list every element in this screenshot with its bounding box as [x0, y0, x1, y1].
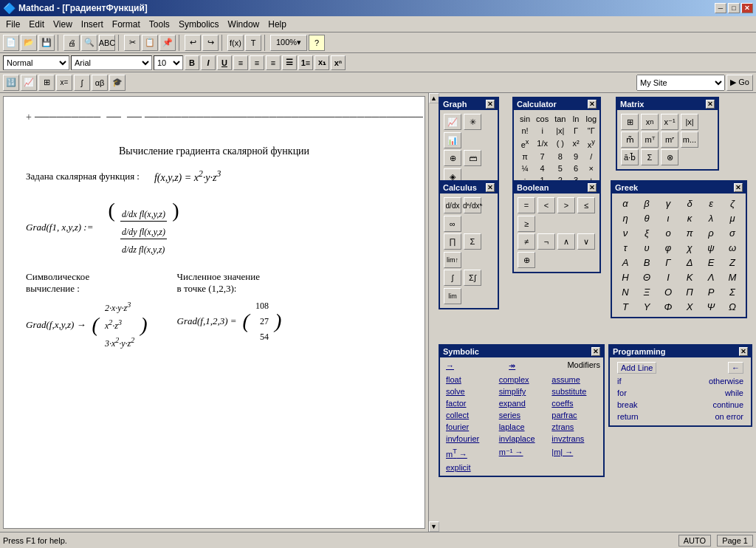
mat-mn[interactable]: m̃	[621, 131, 639, 148]
calc-sin[interactable]: sin	[517, 113, 533, 125]
calc-bigsum[interactable]: Σ	[464, 233, 481, 250]
bool-ge[interactable]: ≥	[518, 216, 535, 232]
sym-factor[interactable]: factor	[443, 398, 495, 408]
sym-substitute[interactable]: substitute	[549, 386, 600, 397]
calc-gamma2[interactable]: "Γ	[583, 125, 599, 137]
cut-btn[interactable]: ✂	[124, 35, 140, 51]
symbolic-close[interactable]: ✕	[591, 347, 600, 356]
bool-or[interactable]: ∨	[577, 233, 595, 250]
greek-nu[interactable]: ν	[615, 226, 636, 240]
bool-gt[interactable]: >	[557, 197, 575, 213]
document-area[interactable]: + ───────── ── ── ──────────────────────…	[3, 96, 425, 529]
greek-Chi[interactable]: Χ	[679, 300, 700, 314]
paste-btn[interactable]: 📌	[159, 35, 176, 51]
mat-m[interactable]: m...	[681, 131, 698, 148]
integral-tool[interactable]: ∫	[74, 75, 90, 91]
greek-chi[interactable]: χ	[679, 241, 700, 255]
mat-xn[interactable]: xn	[641, 114, 659, 130]
greek-Xi[interactable]: Ξ	[636, 285, 657, 299]
prog-addline[interactable]: Add Line	[617, 362, 656, 374]
greek-lambda[interactable]: λ	[701, 211, 721, 225]
greek-kappa[interactable]: κ	[679, 211, 700, 225]
prog-return[interactable]: return	[617, 412, 639, 421]
graph-tool[interactable]: 📈	[21, 75, 37, 91]
greek-Delta[interactable]: Δ	[679, 256, 700, 270]
prog-if[interactable]: if	[617, 377, 622, 386]
bool-lt[interactable]: <	[537, 197, 555, 213]
greek-Nu[interactable]: Ν	[615, 285, 636, 299]
sym-invlaplace[interactable]: invlaplace	[496, 434, 548, 444]
greek-Theta[interactable]: Θ	[636, 270, 657, 284]
menu-help[interactable]: Help	[264, 18, 291, 31]
matrix-close[interactable]: ✕	[706, 100, 715, 109]
bool-xor[interactable]: ⊕	[518, 252, 535, 268]
calc-sq[interactable]: x²	[568, 137, 583, 151]
sym-collect[interactable]: collect	[443, 410, 495, 420]
calc-pow[interactable]: xy	[583, 137, 599, 151]
graph-scatter[interactable]: ✳	[464, 114, 481, 130]
greek-Omicron[interactable]: Ο	[658, 285, 678, 299]
calc-5[interactable]: 5	[551, 162, 568, 174]
size-select[interactable]: 10	[154, 55, 183, 70]
prog-otherwise[interactable]: otherwise	[709, 377, 743, 386]
menu-view[interactable]: View	[49, 18, 77, 31]
greek-theta[interactable]: θ	[636, 211, 657, 225]
subscript-button[interactable]: x₁	[315, 55, 329, 70]
greek-psi[interactable]: ψ	[701, 241, 721, 255]
sym-arrow2[interactable]: ↠	[506, 360, 518, 371]
greek-pi[interactable]: π	[679, 226, 700, 240]
greek-close[interactable]: ✕	[734, 183, 743, 192]
menu-insert[interactable]: Insert	[77, 18, 108, 31]
xeq-tool[interactable]: x=	[56, 75, 72, 91]
insert-math-btn[interactable]: f(x)	[227, 35, 244, 51]
sym-assume[interactable]: assume	[549, 374, 600, 385]
calc-limit[interactable]: lim↑	[444, 252, 461, 268]
calc-log[interactable]: log	[583, 113, 599, 125]
spell-btn[interactable]: ABC	[99, 35, 115, 51]
maximize-button[interactable]: □	[728, 3, 740, 13]
calc-deriv[interactable]: d/dx	[444, 197, 461, 213]
prog-while[interactable]: while	[725, 388, 743, 397]
mat-xinv[interactable]: x⁻¹	[661, 114, 678, 130]
matrix-panel-header[interactable]: Matrix ✕	[617, 98, 718, 110]
greek-Eta[interactable]: Η	[615, 270, 636, 284]
bool-le[interactable]: ≤	[577, 197, 595, 213]
prog-break[interactable]: break	[617, 400, 638, 409]
sym-tool[interactable]: 🎓	[109, 75, 126, 91]
greek-omega[interactable]: ω	[722, 241, 743, 255]
greek-Upsilon[interactable]: Υ	[636, 300, 657, 314]
print-btn[interactable]: 🖨	[63, 35, 80, 51]
sym-invztrans[interactable]: invztrans	[549, 434, 600, 444]
prog-for[interactable]: for	[617, 388, 627, 397]
calc-cos[interactable]: cos	[533, 113, 551, 125]
prog-continue[interactable]: continue	[712, 400, 743, 409]
underline-button[interactable]: U	[217, 55, 232, 70]
greek-zeta[interactable]: ζ	[722, 196, 743, 210]
vertical-scrollbar[interactable]: ▲ ▼	[428, 93, 439, 532]
calc-pi[interactable]: π	[517, 151, 533, 162]
greek-Kappa[interactable]: Κ	[679, 270, 700, 284]
bool-not[interactable]: ¬	[537, 233, 555, 250]
greek-mu[interactable]: μ	[722, 211, 743, 225]
align-left-button[interactable]: ≡	[233, 55, 248, 70]
calc-gamma[interactable]: Γ	[568, 125, 583, 137]
zoom-select[interactable]: 100%▾	[270, 35, 307, 51]
italic-button[interactable]: I	[201, 55, 216, 70]
greek-delta[interactable]: δ	[679, 196, 700, 210]
calc-ln[interactable]: ln	[568, 113, 583, 125]
calc-recip[interactable]: 1/x	[533, 137, 551, 151]
bold-button[interactable]: B	[185, 55, 199, 70]
numbering-button[interactable]: 1≡	[298, 55, 313, 70]
menu-window[interactable]: Window	[224, 18, 264, 31]
insert-text-btn[interactable]: T	[245, 35, 261, 51]
mat-special[interactable]: ⊗	[661, 149, 678, 165]
calc-inf[interactable]: ∞	[444, 216, 461, 232]
greek-Omega[interactable]: Ω	[722, 300, 743, 314]
greek-Rho[interactable]: Ρ	[701, 285, 721, 299]
greek-Pi[interactable]: Π	[679, 285, 700, 299]
style-select[interactable]: Normal	[3, 55, 69, 70]
greek-epsilon[interactable]: ε	[701, 196, 721, 210]
preview-btn[interactable]: 🔍	[81, 35, 97, 51]
greek-tool[interactable]: αβ	[92, 75, 108, 91]
close-button[interactable]: ✕	[741, 3, 753, 13]
